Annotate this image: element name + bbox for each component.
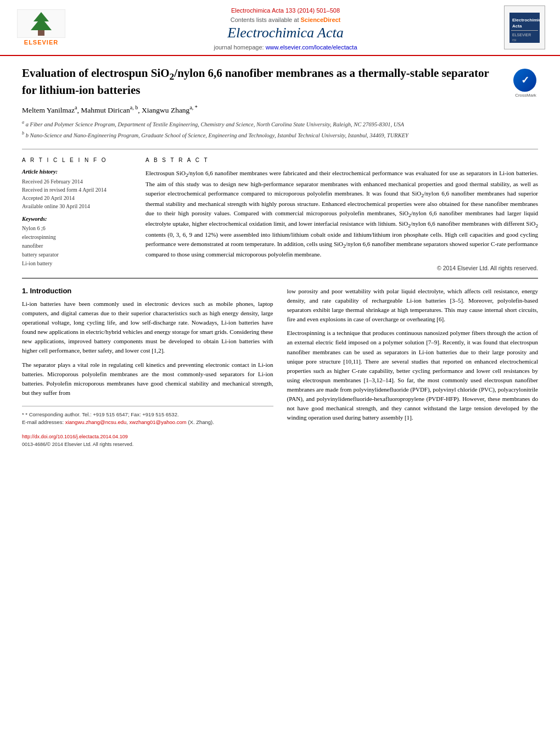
doi-line: http://dx.doi.org/10.1016/j.electacta.20… [22, 434, 273, 439]
svg-rect-6 [511, 30, 538, 31]
homepage-label: journal homepage: [214, 44, 264, 51]
journal-title: Electrochimica Acta [227, 25, 344, 41]
doi-url[interactable]: http://dx.doi.org/10.1016/j.electacta.20… [22, 434, 128, 439]
affiliation-a: a a Fiber and Polymer Science Program, D… [22, 119, 505, 129]
affiliation-b-text: b Nano-Science and Nano-Engineering Prog… [26, 132, 408, 138]
footnote-email: E-mail addresses: xiangwu.zhang@ncsu.edu… [22, 419, 273, 426]
article-title-section: Evaluation of electrospun SiO2/nylon 6,6… [22, 66, 538, 141]
page-wrapper: ELSEVIER Electrochimica Acta 133 (2014) … [0, 0, 560, 742]
header-logo-left: ELSEVIER [11, 4, 71, 55]
journal-ref-line: Electrochimica Acta 133 (2014) 501–508 [231, 7, 340, 14]
footnote-corresponding-text: * Corresponding author. Tel.: +919 515 6… [25, 411, 178, 417]
article-content: Evaluation of electrospun SiO2/nylon 6,6… [0, 56, 560, 458]
keywords-label: Keywords: [22, 216, 132, 222]
body-right: low porosity and poor wettability with p… [287, 287, 539, 447]
body-right-para2: Electrospinning is a technique that prod… [287, 328, 539, 422]
elsevier-text: ELSEVIER [24, 39, 58, 46]
crossmark-icon: ✓ [513, 69, 536, 92]
svg-rect-2 [38, 30, 44, 36]
section-number: 1. [22, 287, 28, 295]
email1-link[interactable]: xiangwu.zhang@ncsu.edu [65, 419, 127, 425]
affiliation-b: b b Nano-Science and Nano-Engineering Pr… [22, 130, 505, 140]
abstract-heading: A B S T R A C T [145, 157, 538, 163]
intro-section-title: 1. Introduction [22, 287, 273, 295]
intro-para2: The separator plays a vital role in regu… [22, 360, 273, 398]
accepted-date: Accepted 20 April 2014 [22, 194, 132, 202]
abstract-text: Electrospun SiO2/nylon 6,6 nanofiber mem… [145, 169, 538, 259]
keyword-5: Li-ion battery [22, 259, 132, 268]
intro-para1: Li-ion batteries have been commonly used… [22, 299, 273, 355]
header-logo-right: Electrochimica Acta ELSEVIER ISI [500, 4, 549, 55]
svg-text:ISI: ISI [512, 38, 517, 42]
received-date: Received 26 February 2014 [22, 177, 132, 186]
article-divider [22, 149, 538, 149]
article-info-col: A R T I C L E I N F O Article history: R… [22, 157, 132, 271]
article-info-heading: A R T I C L E I N F O [22, 157, 132, 163]
affiliation-a-text: a Fiber and Polymer Science Program, Dep… [26, 121, 404, 127]
keyword-2: electrospinning [22, 233, 132, 242]
svg-text:Acta: Acta [512, 24, 522, 29]
article-title-text: Evaluation of electrospun SiO2/nylon 6,6… [22, 66, 505, 141]
homepage-url[interactable]: www.elsevier.com/locate/electacta [266, 44, 357, 51]
right-journal-box: Electrochimica Acta ELSEVIER ISI [504, 5, 545, 49]
svg-text:Electrochimica: Electrochimica [512, 18, 540, 23]
article-info-abstract: A R T I C L E I N F O Article history: R… [22, 157, 538, 271]
contents-line: Contents lists available at ScienceDirec… [231, 16, 341, 23]
article-title: Evaluation of electrospun SiO2/nylon 6,6… [22, 66, 505, 98]
sciencedirect-link[interactable]: ScienceDirect [301, 16, 341, 23]
email2-link[interactable]: xwzhang01@yahoo.com [130, 419, 187, 425]
email-suffix: (X. Zhang). [188, 419, 214, 425]
revised-date: Received in revised form 4 April 2014 [22, 186, 132, 194]
abstract-col: A B S T R A C T Electrospun SiO2/nylon 6… [145, 157, 538, 271]
body-right-para1: low porosity and poor wettability with p… [287, 287, 539, 324]
footnote-section: * * Corresponding author. Tel.: +919 515… [22, 406, 273, 448]
elsevier-logo: ELSEVIER [17, 9, 65, 46]
available-date: Available online 30 April 2014 [22, 202, 132, 210]
email-label: E-mail addresses: [22, 419, 64, 425]
keyword-3: nanofiber [22, 242, 132, 250]
issn-line: 0013-4686/© 2014 Elsevier Ltd. All right… [22, 442, 273, 447]
header-center: Electrochimica Acta 133 (2014) 501–508 C… [71, 4, 500, 55]
contents-label: Contents lists available at [231, 16, 299, 23]
right-journal-logo-svg: Electrochimica Acta ELSEVIER ISI [509, 13, 540, 43]
keyword-1: Nylon 6 ;6 [22, 224, 132, 233]
body-two-col: 1. Introduction Li-ion batteries have be… [22, 287, 538, 447]
keyword-4: battery separator [22, 250, 132, 259]
footnote-corresponding: * * Corresponding author. Tel.: +919 515… [22, 411, 273, 419]
journal-ref-text: Electrochimica Acta 133 (2014) 501–508 [231, 7, 340, 14]
journal-homepage: journal homepage: www.elsevier.com/locat… [214, 44, 357, 51]
authors-line: Meltem Yanilmaza, Mahmut Diricana, b, Xi… [22, 104, 505, 115]
crossmark-badge: ✓ CrossMark [513, 69, 538, 93]
svg-text:ELSEVIER: ELSEVIER [512, 33, 531, 37]
section-title-text: Introduction [30, 287, 71, 295]
body-divider [22, 278, 538, 278]
elsevier-logo-svg [17, 9, 65, 38]
copyright-line: © 2014 Elsevier Ltd. All rights reserved… [145, 265, 538, 271]
history-label: Article history: [22, 169, 132, 175]
journal-header: ELSEVIER Electrochimica Acta 133 (2014) … [0, 0, 560, 56]
body-left: 1. Introduction Li-ion batteries have be… [22, 287, 273, 447]
